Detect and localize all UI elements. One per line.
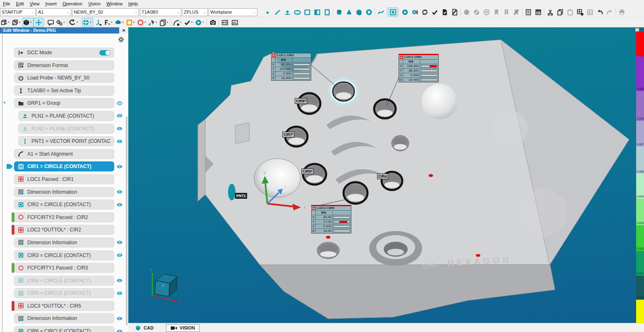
tab-cad[interactable]: CAD	[135, 325, 154, 331]
measure-sphere-button[interactable]	[354, 7, 364, 17]
edit-item-pill[interactable]: Dimension Information	[14, 238, 114, 248]
visibility-eye-icon[interactable]	[114, 253, 125, 257]
comment-button[interactable]	[46, 18, 55, 27]
edit-window-scrollbar[interactable]	[126, 116, 127, 325]
measure-round-slot-button[interactable]	[292, 7, 302, 17]
visibility-eye-icon[interactable]	[114, 316, 125, 321]
cad-viewport[interactable]: HEXAGON x y z	[128, 27, 644, 323]
visibility-eye-icon[interactable]	[114, 113, 125, 118]
undo-button[interactable]	[595, 7, 605, 17]
feature-tag-cir7[interactable]: CIR7*	[282, 132, 295, 137]
fit-to-view-button[interactable]	[34, 18, 43, 27]
measure-torus-button[interactable]	[364, 7, 374, 17]
measure-square-button[interactable]	[302, 7, 312, 17]
path-options-button[interactable]: ▾	[172, 18, 183, 27]
execute-from-cursor-button[interactable]	[410, 7, 420, 17]
dcc-mode-toggle[interactable]	[99, 50, 111, 55]
solid-view-button[interactable]: ▾	[22, 18, 34, 27]
menu-operation[interactable]: Operation	[60, 1, 85, 7]
measure-rectangle-button[interactable]	[322, 7, 332, 17]
edit-item-pill[interactable]: Dimension Information	[14, 313, 114, 323]
edit-item-pill[interactable]: Dimension Format	[14, 60, 114, 70]
edit-item-pill[interactable]: T1A0B0 = Set Active Tip	[14, 86, 114, 96]
edit-item-pill[interactable]: Dimension Information	[14, 187, 114, 197]
paste-button[interactable]	[565, 7, 575, 17]
pattern-button[interactable]	[585, 7, 595, 17]
feature-tag-cir4[interactable]: CIR4	[377, 173, 388, 179]
visibility-eye-icon[interactable]	[114, 329, 125, 332]
disable-button[interactable]	[471, 7, 481, 17]
quick-feature-button[interactable]: ▾	[148, 18, 159, 27]
feature-tag-cir6[interactable]: CIR6*	[301, 168, 314, 174]
measure-cone-button[interactable]	[344, 7, 354, 17]
menu-insert[interactable]: Insert	[42, 1, 60, 7]
edit-item-pill[interactable]: CIR3 = CIRCLE (CONTACT)	[14, 250, 114, 260]
menu-help[interactable]: Help	[125, 1, 141, 7]
edit-item-pill[interactable]: PNT1 = VECTOR POINT (CONTAC	[18, 136, 114, 146]
feature-tag-cir8[interactable]: CIR8*	[295, 98, 307, 104]
measure-curve-button[interactable]	[376, 7, 386, 17]
loop-button[interactable]	[420, 7, 430, 17]
snapshot-button[interactable]	[208, 18, 218, 27]
measure-line-button[interactable]	[272, 7, 282, 17]
edit-item-pill[interactable]: Load Probe - NEW5_BY_50	[14, 73, 114, 83]
menu-view[interactable]: View	[27, 1, 43, 7]
edit-item-pill[interactable]: CIR2 = CIRCLE (CONTACT)	[14, 200, 114, 209]
measurement-label-loc1-cir1[interactable]: LOC1 CIR1MSX80.000Y101.000Z0.000D16.400	[271, 53, 311, 81]
view-orientation-button[interactable]: ▾	[0, 18, 11, 27]
edit-item-pill[interactable]: PLN2 = PLANE (CONTACT)	[18, 124, 114, 134]
cut-button[interactable]	[545, 7, 555, 17]
visibility-eye-icon[interactable]	[114, 164, 125, 169]
edit-item-pill[interactable]: CIR6 = CIRCLE (CONTACT)	[14, 326, 114, 332]
report-preview-button[interactable]	[220, 18, 230, 27]
visibility-eye-icon[interactable]	[114, 202, 125, 207]
edit-item-pill[interactable]: DCC Mode	[14, 48, 114, 58]
report-template-button[interactable]	[523, 7, 533, 17]
menu-vision[interactable]: Vision	[85, 1, 103, 7]
feature-tag-pnt1[interactable]: PNT1	[235, 193, 247, 199]
validate-report-button[interactable]	[440, 7, 449, 17]
probe-toggles-button[interactable]	[93, 18, 103, 27]
execute-program-button[interactable]	[400, 7, 410, 17]
edit-item-pill[interactable]: LOC1 Passed : CIR1	[14, 174, 114, 184]
gage-square-button[interactable]: ▾	[125, 18, 137, 27]
edit-item-pill[interactable]: FCFCIRTY2 Passed : CIR2	[14, 212, 114, 222]
edit-window-settings-gear-icon[interactable]	[118, 36, 125, 43]
copy-button[interactable]	[555, 7, 565, 17]
menu-edit[interactable]: Edit	[13, 1, 27, 7]
visibility-eye-icon[interactable]	[114, 101, 125, 106]
edit-window-close-icon[interactable]: ✕	[119, 27, 128, 34]
mark-done-button[interactable]	[430, 7, 440, 17]
edit-item-pill[interactable]: CIR1 = CIRCLE (CONTACT)	[14, 161, 114, 171]
edit-item-pill[interactable]: FCFCIRTY1 Passed : CIR3	[14, 263, 114, 273]
rotate-view-button[interactable]: ▾	[69, 18, 80, 27]
edit-item-pill[interactable]: A1 = Start Alignment	[14, 149, 114, 159]
goto-button[interactable]	[481, 7, 491, 17]
menu-file[interactable]: File	[0, 1, 13, 7]
measurement-label-loc3-cir5[interactable]: LOC3 CIR5MSX80.00Y17.00Z0.000D16.40	[311, 205, 351, 233]
dropdown-new5_by_50[interactable]: NEW5_BY_50⌄	[72, 8, 139, 16]
wireframe-view-button[interactable]: ▾	[11, 18, 22, 27]
measure-plane-button[interactable]	[282, 7, 292, 17]
dropdown-zplus[interactable]: ZPLUS⌄	[182, 8, 208, 16]
edit-item-pill[interactable]: CIR4 = CIRCLE (CONTACT)	[14, 276, 114, 286]
dropdown-t1a0b0[interactable]: T1A0B0⌄	[140, 8, 181, 16]
feature-options-button[interactable]: ▾	[103, 18, 114, 27]
visibility-eye-icon[interactable]	[114, 291, 125, 296]
edit-report-button[interactable]	[449, 7, 459, 17]
gage-circle-button[interactable]: ▾	[137, 18, 148, 27]
auto-feature-button[interactable]	[388, 7, 398, 17]
stop-button[interactable]	[461, 7, 471, 17]
visibility-eye-icon[interactable]	[114, 278, 125, 283]
bookmark-button[interactable]	[491, 7, 501, 17]
edit-item-pill[interactable]: GRP1 = Group	[14, 98, 114, 108]
confirm-button[interactable]: ▾	[183, 18, 195, 27]
report-window-button[interactable]	[230, 18, 240, 27]
collapse-chevron-icon[interactable]: ▾	[3, 100, 5, 105]
dropdown-startup[interactable]: STARTUP⌄	[0, 8, 36, 16]
hemisphere-button[interactable]: ▾	[114, 18, 125, 27]
pattern-options-button[interactable]	[575, 7, 585, 17]
redo-button[interactable]	[605, 7, 615, 17]
dropdown-a1[interactable]: A1⌄	[36, 8, 71, 16]
visibility-eye-icon[interactable]	[114, 240, 125, 245]
